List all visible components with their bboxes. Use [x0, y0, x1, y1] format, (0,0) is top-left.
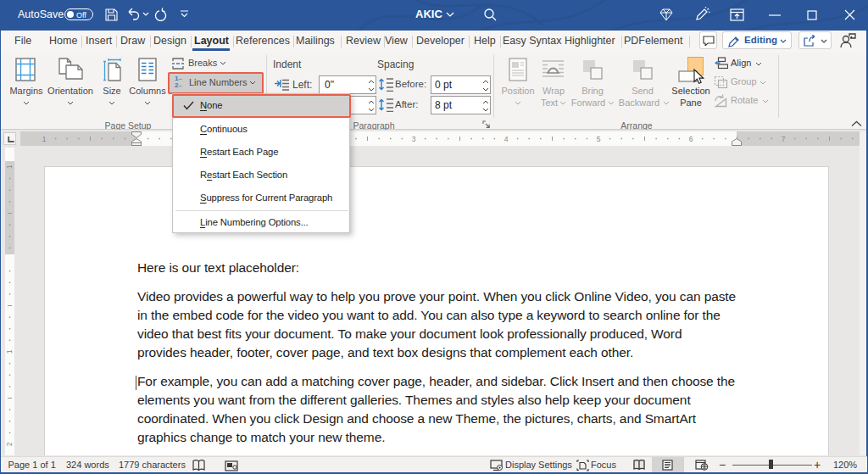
svg-text:4: 4: [504, 135, 509, 143]
svg-text:1: 1: [5, 349, 14, 354]
svg-text:1: 1: [5, 165, 14, 169]
svg-text:2: 2: [5, 442, 14, 446]
svg-text:1: 1: [42, 135, 47, 143]
svg-text:3: 3: [412, 135, 416, 143]
svg-text:5: 5: [597, 135, 601, 143]
svg-text:7: 7: [782, 135, 786, 143]
svg-text:6: 6: [689, 135, 693, 143]
